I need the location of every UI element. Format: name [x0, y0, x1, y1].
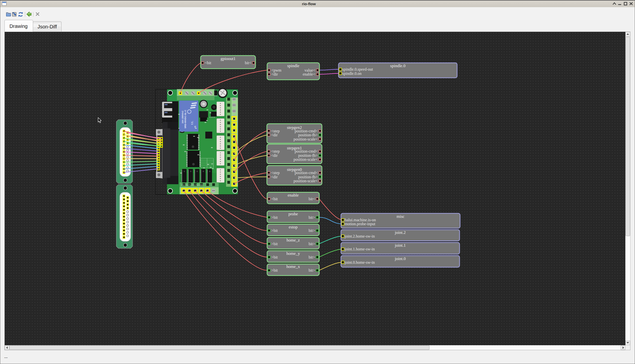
svg-text:<step: <step	[271, 129, 280, 133]
svg-text:bit>: bit>	[309, 228, 315, 232]
svg-text:spindle.0: spindle.0	[390, 64, 405, 68]
svg-text:bit>: bit>	[309, 268, 315, 272]
svg-text:position-fb>: position-fb>	[298, 175, 318, 179]
svg-text:>bit: >bit	[271, 242, 278, 246]
svg-text:rio-flow: rio-flow	[302, 2, 316, 6]
svg-text:halui.machine.is-on: halui.machine.is-on	[345, 218, 376, 222]
svg-text:joint.2: joint.2	[395, 230, 406, 235]
svg-text:joint.0: joint.0	[395, 256, 406, 261]
svg-text:P10 P11 P12 P13 P15 GND: P10 P11 P12 P13 P15 GND	[182, 184, 203, 186]
svg-text:<dir: <dir	[271, 133, 278, 137]
svg-text:position-scale<: position-scale<	[294, 179, 318, 183]
svg-text:Drawing: Drawing	[10, 24, 28, 29]
svg-text:estop: estop	[289, 225, 298, 230]
svg-text:<bit: <bit	[205, 61, 211, 65]
svg-text:>bit: >bit	[271, 255, 278, 259]
svg-text:joint.1: joint.1	[395, 243, 406, 248]
svg-text:>bit: >bit	[271, 228, 278, 232]
svg-text:home_y: home_y	[286, 251, 300, 256]
svg-text:<step: <step	[271, 149, 280, 154]
svg-text:<pwm: <pwm	[271, 68, 282, 72]
svg-text:bit>: bit>	[309, 255, 315, 259]
svg-text:position-cmd<: position-cmd<	[295, 149, 318, 154]
svg-text:<dir: <dir	[271, 153, 278, 158]
svg-text:Json-Diff: Json-Diff	[38, 24, 57, 30]
svg-text:joint.2.home-sw-in: joint.2.home-sw-in	[344, 234, 375, 238]
svg-text:joint.1.home-sw-in: joint.1.home-sw-in	[344, 247, 375, 252]
svg-text:10A 250VAC: 10A 250VAC	[181, 110, 184, 124]
svg-text:bit<: bit<	[245, 61, 251, 65]
svg-text:bit>: bit>	[309, 215, 315, 220]
svg-text:bit<: bit<	[309, 197, 315, 201]
svg-text:>bit: >bit	[271, 215, 278, 220]
svg-text:<bit: <bit	[271, 197, 278, 201]
svg-text:misc: misc	[397, 214, 405, 219]
svg-text:UL: UL	[191, 121, 194, 125]
svg-text:position-fb>: position-fb>	[298, 133, 318, 137]
svg-text:>bit: >bit	[271, 268, 278, 272]
svg-text:position-scale<: position-scale<	[294, 157, 318, 162]
svg-text:gpioout1: gpioout1	[221, 56, 236, 61]
svg-text:home_x: home_x	[286, 264, 300, 269]
svg-text:---: ---	[4, 356, 8, 360]
svg-text:<dir: <dir	[271, 175, 278, 179]
svg-text:spindle: spindle	[287, 64, 299, 68]
svg-text:home_z: home_z	[287, 238, 300, 242]
svg-text:position-cmd<: position-cmd<	[295, 129, 318, 133]
svg-text:bit>: bit>	[309, 242, 315, 246]
svg-text:SRD-05VDC-SL-C: SRD-05VDC-SL-C	[184, 110, 187, 128]
svg-text:joint.0.home-sw-in: joint.0.home-sw-in	[344, 260, 375, 265]
svg-text:position-cmd<: position-cmd<	[295, 171, 318, 175]
svg-text:spindle.0.on: spindle.0.on	[342, 71, 361, 76]
svg-text:position-fb>: position-fb>	[298, 153, 318, 158]
svg-text:value<: value<	[304, 68, 315, 72]
svg-text:motion.probe-input: motion.probe-input	[345, 222, 376, 226]
svg-text:enable<: enable<	[303, 72, 315, 76]
svg-text:enable: enable	[288, 193, 298, 198]
svg-text:probe: probe	[288, 212, 298, 216]
svg-text:<dir: <dir	[271, 72, 278, 76]
svg-text:position-scale<: position-scale<	[294, 137, 318, 142]
svg-text:<step: <step	[271, 171, 280, 175]
